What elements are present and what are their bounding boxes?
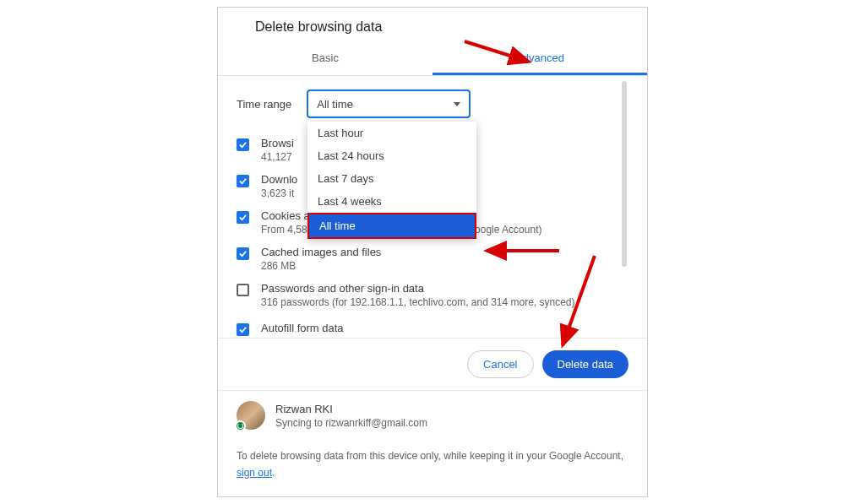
item-subtitle: 41,127 [261, 151, 294, 163]
account-name: Rizwan RKI [275, 403, 427, 415]
item-title: Browsi [261, 137, 294, 149]
scroll-area: Time range All time Last hour Last 24 ho… [237, 76, 628, 338]
time-range-dropdown: Last hour Last 24 hours Last 7 days Last… [307, 122, 476, 239]
checkbox-autofill[interactable] [237, 323, 249, 336]
dialog-title: Delete browsing data [218, 8, 647, 43]
avatar [237, 401, 265, 430]
footer-buttons: Cancel Delete data [218, 338, 647, 390]
option-last-hour[interactable]: Last hour [307, 122, 476, 144]
checkbox-download-history[interactable] [237, 175, 249, 187]
tab-basic[interactable]: Basic [218, 43, 432, 75]
note-pre: To delete browsing data from this device… [237, 450, 623, 462]
option-last-7-days[interactable]: Last 7 days [307, 167, 476, 190]
checkbox-passwords[interactable] [237, 284, 249, 296]
bottom-note: To delete browsing data from this device… [218, 440, 647, 496]
item-subtitle: 3,623 it [261, 187, 297, 199]
sync-badge-icon [235, 420, 246, 431]
time-range-row: Time range All time [237, 76, 628, 127]
option-last-24-hours[interactable]: Last 24 hours [307, 144, 476, 167]
item-cached: Cached images and files 286 MB [237, 241, 628, 277]
checkbox-cached[interactable] [237, 247, 249, 260]
delete-browsing-data-dialog: Delete browsing data Basic Advanced Time… [217, 7, 648, 496]
item-title: Downlo [261, 173, 297, 186]
sign-out-link[interactable]: sign out [237, 467, 272, 479]
account-row: Rizwan RKI Syncing to rizwanrkiff@gmail.… [218, 390, 647, 440]
time-range-value: All time [317, 98, 353, 111]
time-range-label: Time range [237, 98, 291, 111]
item-passwords: Passwords and other sign-in data 316 pas… [237, 277, 628, 313]
item-title: Passwords and other sign-in data [261, 282, 575, 295]
time-range-select[interactable]: All time [307, 89, 471, 118]
scrollbar[interactable] [622, 81, 627, 267]
tab-advanced[interactable]: Advanced [432, 43, 647, 75]
item-title: Cached images and files [261, 246, 381, 258]
item-title: Autofill form data [261, 322, 344, 334]
dialog-content: Time range All time Last hour Last 24 ho… [218, 76, 647, 338]
account-sync-text: Syncing to rizwanrkiff@gmail.com [275, 417, 427, 429]
tabs: Basic Advanced [218, 43, 647, 76]
checkbox-cookies[interactable] [237, 211, 249, 224]
item-subtitle: 316 passwords (for 192.168.1.1, techlivo… [261, 296, 575, 308]
note-post: . [272, 467, 275, 479]
option-all-time[interactable]: All time [307, 213, 476, 239]
item-autofill: Autofill form data [237, 313, 628, 338]
checkbox-browsing-history[interactable] [237, 138, 249, 151]
option-last-4-weeks[interactable]: Last 4 weeks [307, 190, 476, 213]
chevron-down-icon [454, 102, 460, 106]
item-subtitle: 286 MB [261, 260, 381, 272]
cancel-button[interactable]: Cancel [467, 350, 533, 378]
delete-data-button[interactable]: Delete data [542, 350, 629, 378]
